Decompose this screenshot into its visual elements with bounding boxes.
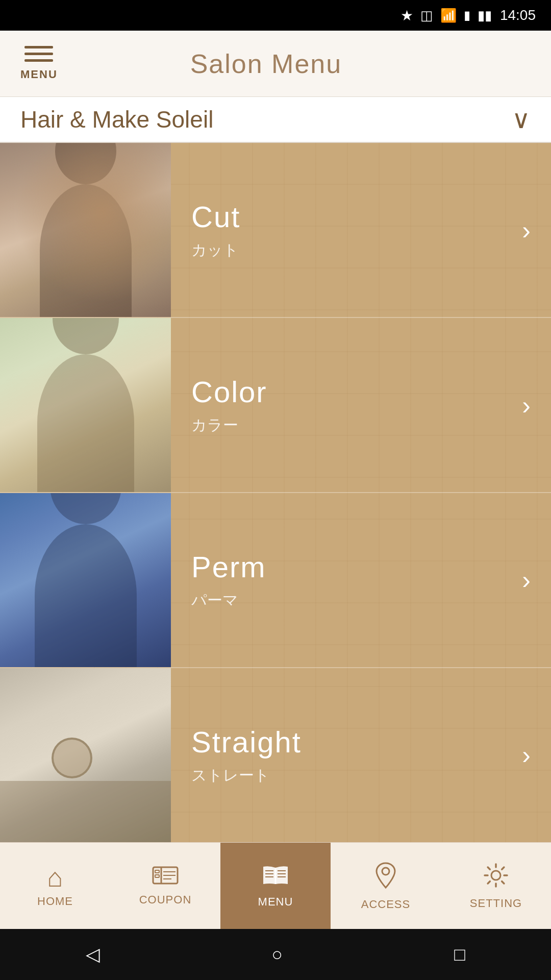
nav-coupon[interactable]: COUPON — [110, 843, 220, 929]
svg-rect-3 — [155, 875, 159, 877]
page-title: Salon Menu — [58, 48, 474, 79]
color-title-ja: カラー — [191, 415, 522, 436]
status-time: 14:05 — [500, 7, 536, 23]
perm-menu-item[interactable]: Perm パーマ › — [171, 493, 551, 667]
color-menu-item[interactable]: Color カラー › — [171, 318, 551, 492]
nav-menu[interactable]: MENU — [220, 843, 331, 929]
status-icons: ★ ◫ 📶 ▮ ▮▮ — [400, 7, 492, 24]
menu-row-straight: Straight ストレート › — [0, 668, 551, 842]
perm-menu-text: Perm パーマ — [191, 549, 522, 611]
cut-menu-item[interactable]: Cut カット › — [171, 143, 551, 317]
nav-coupon-label: COUPON — [139, 893, 192, 906]
menu-row-perm: Perm パーマ › — [0, 493, 551, 668]
coupon-icon — [152, 865, 179, 889]
menu-bar-3 — [24, 59, 53, 62]
salon-name: Hair & Make Soleil — [20, 106, 512, 133]
straight-menu-text: Straight ストレート — [191, 724, 522, 786]
straight-title-en: Straight — [191, 724, 522, 760]
hamburger-menu-button[interactable]: MENU — [20, 46, 58, 81]
perm-arrow-icon: › — [522, 565, 531, 595]
home-button[interactable]: ○ — [271, 944, 283, 965]
color-arrow-icon: › — [522, 390, 531, 420]
bluetooth-icon: ★ — [400, 7, 413, 24]
sim-icon: ▮ — [464, 8, 470, 22]
vibrate-icon: ◫ — [420, 8, 433, 23]
salon-selector[interactable]: Hair & Make Soleil ∨ — [0, 97, 551, 143]
nav-home[interactable]: ⌂ HOME — [0, 843, 110, 929]
nav-setting-label: SETTING — [470, 897, 522, 910]
menu-area: Cut カット › Color カラー › — [0, 143, 551, 842]
menu-bar-2 — [24, 53, 53, 55]
straight-photo — [0, 668, 171, 842]
nav-access-label: ACCESS — [361, 898, 410, 911]
color-menu-text: Color カラー — [191, 374, 522, 436]
chevron-down-icon: ∨ — [512, 105, 531, 134]
straight-title-ja: ストレート — [191, 765, 522, 786]
menu-row-cut: Cut カット › — [0, 143, 551, 317]
cut-arrow-icon: › — [522, 215, 531, 245]
nav-setting[interactable]: SETTING — [441, 843, 551, 929]
nav-access[interactable]: ACCESS — [331, 843, 441, 929]
status-bar: ★ ◫ 📶 ▮ ▮▮ 14:05 — [0, 0, 551, 31]
svg-point-14 — [491, 871, 500, 880]
cut-menu-text: Cut カット — [191, 199, 522, 261]
perm-title-ja: パーマ — [191, 590, 522, 611]
bottom-nav: ⌂ HOME COUPON — [0, 842, 551, 929]
menu-button-label: MENU — [20, 68, 58, 81]
menu-row-color: Color カラー › — [0, 317, 551, 493]
straight-menu-item[interactable]: Straight ストレート › — [171, 668, 551, 842]
menu-book-icon — [261, 864, 290, 891]
nav-menu-label: MENU — [258, 895, 293, 909]
svg-rect-2 — [155, 870, 159, 873]
svg-point-13 — [382, 868, 389, 875]
perm-photo — [0, 493, 171, 667]
cut-title-ja: カット — [191, 240, 522, 261]
nav-home-label: HOME — [37, 895, 73, 908]
color-title-en: Color — [191, 374, 522, 410]
color-photo — [0, 318, 171, 492]
battery-icon: ▮▮ — [478, 8, 492, 23]
back-button[interactable]: ◁ — [86, 944, 100, 965]
menu-bar-1 — [24, 46, 53, 48]
straight-arrow-icon: › — [522, 740, 531, 770]
access-icon — [374, 861, 397, 894]
recent-button[interactable]: □ — [454, 944, 465, 965]
perm-title-en: Perm — [191, 549, 522, 585]
home-icon: ⌂ — [47, 864, 63, 891]
app-header: MENU Salon Menu — [0, 31, 551, 97]
cut-title-en: Cut — [191, 199, 522, 235]
android-nav-bar: ◁ ○ □ — [0, 929, 551, 980]
wifi-icon: 📶 — [440, 8, 457, 23]
setting-icon — [483, 862, 509, 893]
cut-photo — [0, 143, 171, 317]
